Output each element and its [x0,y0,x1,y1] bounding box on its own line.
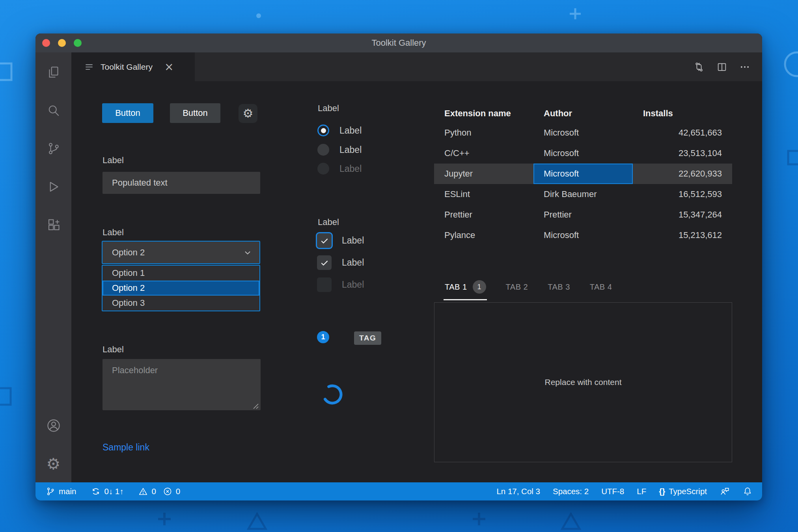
radio-option-unselected[interactable]: Label [317,144,362,156]
dropdown-selected-value: Option 2 [112,247,145,258]
checkbox-checked-icon [317,255,332,270]
window-titlebar: Toolkit Gallery [35,33,762,52]
decor-plus [157,512,172,526]
resize-handle-icon[interactable] [251,401,259,410]
column-header: Author [533,104,633,123]
decor-dot [256,13,264,21]
sync-status-item[interactable]: 0↓ 1↑ [91,487,123,496]
table-row[interactable]: C/C++ Microsoft 23,513,104 [434,143,732,164]
radio-option-disabled: Label [317,163,362,175]
compare-changes-icon[interactable] [694,61,705,73]
notifications-bell-icon[interactable] [742,486,753,497]
tab-close-icon[interactable]: × [164,61,173,73]
dropdown-label: Label [103,227,124,238]
editor-tab-toolkit-gallery[interactable]: Toolkit Gallery × [71,52,195,81]
selected-cell[interactable]: Microsoft [533,164,633,184]
tab-3[interactable]: TAB 3 [548,283,570,292]
search-icon[interactable] [44,101,63,120]
primary-button[interactable]: Button [102,103,153,123]
maximize-window-button[interactable] [74,39,82,47]
decor-triangle [561,512,581,530]
radio-group-label: Label [318,103,339,113]
progress-ring [320,382,345,407]
indentation-item[interactable]: Spaces: 2 [553,487,589,496]
explorer-icon[interactable] [44,63,63,82]
cursor-position-item[interactable]: Ln 17, Col 3 [496,487,540,496]
table-row[interactable]: ESLint Dirk Baeumer 16,512,593 [434,184,732,205]
braces-icon: {} [659,487,665,496]
sync-icon [91,487,101,496]
chevron-down-icon [243,248,252,257]
error-icon [163,487,172,496]
checkbox-checked-icon [317,233,332,248]
radio-disabled-icon [317,163,329,175]
secondary-button[interactable]: Button [170,103,220,123]
source-control-icon[interactable] [44,139,63,158]
table-row[interactable]: Python Microsoft 42,651,663 [434,123,732,143]
activity-bar: ⚙ [35,52,71,482]
window-title: Toolkit Gallery [371,38,426,48]
account-icon[interactable] [44,416,63,435]
text-field-input[interactable] [103,172,260,194]
tab-label: Toolkit Gallery [101,62,153,72]
radio-option-selected[interactable]: Label [317,125,362,136]
decor-square [0,62,2,70]
active-tab-underline [444,299,487,300]
branch-status-item[interactable]: main [46,487,76,496]
editor-actions [694,52,750,81]
warning-icon [138,487,148,496]
table-row[interactable]: Pylance Microsoft 15,213,612 [434,225,732,246]
language-mode-item[interactable]: {} TypeScript [659,487,707,496]
panel-content-text: Replace with content [545,378,622,387]
checkbox-disabled: Label [317,277,364,292]
decor-square [787,150,798,166]
gear-icon-button[interactable]: ⚙ [239,104,257,123]
dropdown-select[interactable]: Option 2 [102,241,260,264]
vscode-window: Toolkit Gallery ⚙ [35,33,762,500]
gear-icon: ⚙ [243,108,254,119]
webview-list-icon [84,62,94,72]
encoding-item[interactable]: UTF-8 [601,487,624,496]
problems-status-item[interactable]: 0 0 [138,487,180,496]
feedback-icon[interactable] [720,486,730,497]
radio-unselected-icon [317,144,329,156]
dropdown-listbox: Option 1 Option 2 Option 3 [102,265,260,311]
settings-gear-icon[interactable]: ⚙ [44,454,63,473]
split-editor-icon[interactable] [716,61,727,73]
tab-4[interactable]: TAB 4 [590,283,612,292]
status-bar: main 0↓ 1↑ 0 0 Ln 17, Col 3 Spaces: 2 UT… [35,482,762,500]
checkbox-unchecked-icon [317,277,332,292]
panel-tabs: TAB 1 1 TAB 2 TAB 3 TAB 4 [445,280,612,294]
more-actions-icon[interactable] [739,61,750,73]
checkbox-checked[interactable]: Label [317,255,364,270]
data-grid-header: Extension name Author Installs [434,104,732,123]
sample-link[interactable]: Sample link [103,442,149,453]
table-row[interactable]: Prettier Prettier 15,347,264 [434,205,732,225]
text-area-input[interactable] [103,359,261,410]
tab-2[interactable]: TAB 2 [506,283,528,292]
decor-triangle [247,512,267,530]
radio-selected-icon [317,125,329,136]
extensions-icon[interactable] [44,216,63,234]
minimize-window-button[interactable] [58,39,66,47]
run-debug-icon[interactable] [44,177,63,196]
count-badge: 1 [317,331,329,343]
text-area-label: Label [103,344,124,355]
checkbox-checked-focused[interactable]: Label [317,233,364,248]
decor-plus [472,512,487,526]
tab-1-badge: 1 [473,280,486,294]
checkbox-group-label: Label [318,217,339,227]
panel-view: Replace with content [434,302,732,462]
dropdown-option-2[interactable]: Option 2 [103,281,259,296]
close-window-button[interactable] [42,39,50,47]
dropdown-option-3[interactable]: Option 3 [103,296,259,311]
data-grid: Extension name Author Installs Python Mi… [434,104,732,246]
eol-item[interactable]: LF [637,487,646,496]
text-field-label: Label [103,155,124,166]
editor-tab-bar: Toolkit Gallery × [71,52,762,81]
table-row-selected[interactable]: Jupyter Microsoft 22,620,933 [434,164,732,184]
dropdown-option-1[interactable]: Option 1 [103,266,259,281]
tab-1[interactable]: TAB 1 1 [445,280,486,294]
git-branch-icon [46,487,55,496]
decor-square [0,387,12,406]
